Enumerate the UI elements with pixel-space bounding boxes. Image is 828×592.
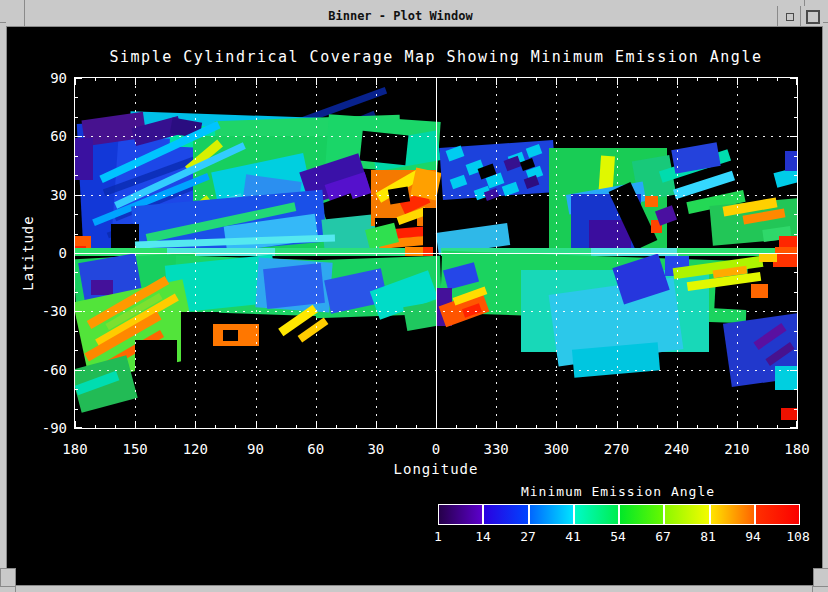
map-patch bbox=[751, 284, 768, 298]
axis-tick bbox=[336, 425, 337, 428]
axis-tick bbox=[794, 156, 797, 157]
axis-tick bbox=[376, 421, 377, 428]
x-tick-label: 330 bbox=[484, 441, 509, 457]
colorbar-segment bbox=[620, 505, 665, 524]
axis-tick bbox=[256, 421, 257, 428]
axis-tick bbox=[717, 425, 718, 428]
colorbar-segment bbox=[575, 505, 620, 524]
axis-tick bbox=[75, 195, 82, 196]
maximize-button[interactable] bbox=[800, 6, 823, 26]
axis-tick bbox=[536, 425, 537, 428]
axis-tick bbox=[75, 136, 82, 137]
window-menu-handle[interactable] bbox=[6, 6, 25, 26]
map-patch bbox=[671, 142, 720, 174]
axis-tick bbox=[75, 331, 78, 332]
axis-tick bbox=[657, 425, 658, 428]
map-patch bbox=[275, 248, 405, 256]
axis-tick bbox=[436, 421, 437, 428]
x-tick-label: 0 bbox=[432, 441, 440, 457]
x-tick-label: 60 bbox=[307, 441, 324, 457]
axis-tick bbox=[496, 78, 497, 85]
titlebar[interactable]: Binner - Plot Window bbox=[6, 6, 822, 27]
axis-tick bbox=[256, 78, 257, 85]
iconify-button[interactable] bbox=[777, 6, 801, 26]
axis-tick bbox=[235, 78, 236, 81]
axis-tick bbox=[794, 292, 797, 293]
axis-tick bbox=[75, 409, 78, 410]
axis-tick bbox=[75, 117, 78, 118]
colorbar-tick-label: 14 bbox=[475, 529, 491, 544]
axis-tick bbox=[516, 78, 517, 81]
axis-tick bbox=[697, 78, 698, 81]
window-border-left bbox=[0, 6, 7, 585]
axis-tick bbox=[794, 97, 797, 98]
axis-tick bbox=[794, 214, 797, 215]
axis-tick bbox=[777, 425, 778, 428]
axis-tick bbox=[456, 78, 457, 81]
axis-tick bbox=[794, 350, 797, 351]
axis-tick bbox=[75, 272, 78, 273]
axis-tick bbox=[436, 78, 437, 85]
map-patch bbox=[405, 247, 423, 256]
axis-tick bbox=[376, 78, 377, 85]
axis-tick bbox=[416, 425, 417, 428]
axis-tick bbox=[95, 78, 96, 81]
map-patch bbox=[785, 151, 797, 171]
axis-tick bbox=[215, 425, 216, 428]
axis-tick bbox=[617, 78, 618, 85]
axis-tick bbox=[75, 214, 78, 215]
axis-tick bbox=[175, 78, 176, 81]
axis-tick bbox=[215, 78, 216, 81]
axis-tick bbox=[757, 425, 758, 428]
axis-tick bbox=[276, 78, 277, 81]
axis-tick bbox=[794, 331, 797, 332]
axis-tick bbox=[476, 425, 477, 428]
axis-tick bbox=[416, 78, 417, 81]
y-tick-label: -90 bbox=[13, 420, 67, 436]
gridline-horizontal bbox=[75, 195, 797, 196]
resize-handle-bottom-right[interactable] bbox=[813, 568, 828, 587]
axis-tick bbox=[456, 425, 457, 428]
y-tick-label: -30 bbox=[13, 303, 67, 319]
axis-tick bbox=[155, 78, 156, 81]
gridline-horizontal bbox=[75, 136, 797, 137]
axis-tick bbox=[796, 78, 797, 85]
axis-tick bbox=[794, 389, 797, 390]
map-patch bbox=[645, 196, 658, 207]
colorbar-segment bbox=[530, 505, 575, 524]
axis-tick bbox=[75, 292, 78, 293]
axis-tick bbox=[115, 425, 116, 428]
axis-tick bbox=[677, 421, 678, 428]
axis-tick bbox=[75, 97, 78, 98]
map-patch bbox=[91, 280, 113, 295]
colorbar-tick-label: 81 bbox=[700, 529, 716, 544]
axis-tick bbox=[536, 78, 537, 81]
map-patch bbox=[781, 408, 797, 420]
axis-tick bbox=[794, 409, 797, 410]
colorbar-segment bbox=[756, 505, 799, 524]
colorbar-segment bbox=[665, 505, 710, 524]
axis-tick bbox=[794, 272, 797, 273]
resize-handle-bottom-left[interactable] bbox=[0, 568, 16, 587]
window-border-right bbox=[822, 6, 828, 585]
x-tick-label: 300 bbox=[544, 441, 569, 457]
axis-tick bbox=[75, 78, 76, 85]
colorbar-tick-label: 41 bbox=[565, 529, 581, 544]
axis-tick bbox=[556, 421, 557, 428]
colorbar-tick-label: 54 bbox=[610, 529, 626, 544]
x-tick-label: 240 bbox=[664, 441, 689, 457]
colorbar-segment bbox=[711, 505, 756, 524]
axis-tick bbox=[296, 78, 297, 81]
colorbar-tick-label: 27 bbox=[520, 529, 536, 544]
window: Simple Cylindrical Coverage Map Showing … bbox=[0, 0, 828, 592]
window-title: Binner - Plot Window bbox=[24, 6, 777, 26]
axis-tick bbox=[75, 311, 82, 312]
axis-tick bbox=[75, 427, 82, 428]
axis-tick bbox=[794, 117, 797, 118]
axis-tick bbox=[356, 425, 357, 428]
axis-tick bbox=[75, 350, 78, 351]
gridline-horizontal bbox=[75, 253, 797, 254]
x-tick-label: 90 bbox=[247, 441, 264, 457]
axis-tick bbox=[777, 78, 778, 81]
x-tick-label: 30 bbox=[367, 441, 384, 457]
